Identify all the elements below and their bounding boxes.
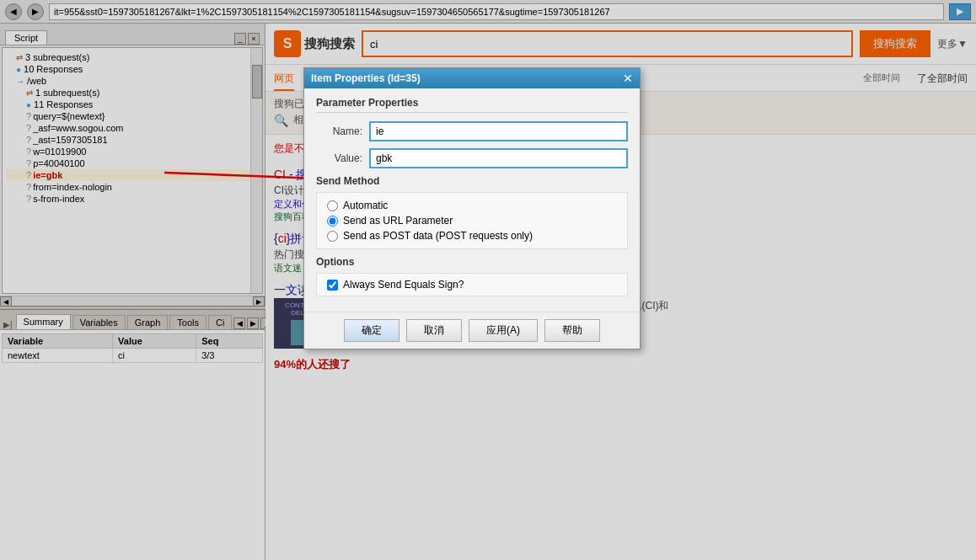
confirm-button[interactable]: 确定	[344, 319, 400, 342]
value-label: Value:	[316, 152, 362, 164]
options-section: Options Always Send Equals Sign?	[316, 256, 628, 296]
radio-url-param-input[interactable]	[327, 216, 338, 227]
checkbox-label: Always Send Equals Sign?	[343, 279, 464, 291]
radio-url-param[interactable]: Send as URL Parameter	[327, 215, 617, 227]
name-label: Name:	[316, 125, 362, 137]
options-label: Options	[316, 256, 628, 268]
name-input[interactable]	[369, 121, 628, 141]
dialog-title-bar: Item Properties (Id=35) ✕	[304, 68, 640, 88]
dialog-body: Parameter Properties Name: Value: Send M…	[304, 88, 640, 312]
radio-automatic-input[interactable]	[327, 200, 338, 211]
radio-post-data[interactable]: Send as POST data (POST requests only)	[327, 230, 617, 242]
dialog-title: Item Properties (Id=35)	[311, 72, 421, 84]
send-method-label: Send Method	[316, 175, 628, 187]
item-properties-dialog: Item Properties (Id=35) ✕ Parameter Prop…	[303, 67, 641, 349]
radio-post-data-label: Send as POST data (POST requests only)	[343, 230, 533, 242]
help-button[interactable]: 帮助	[544, 319, 600, 342]
dialog-footer: 确定 取消 应用(A) 帮助	[304, 312, 640, 349]
radio-post-data-input[interactable]	[327, 231, 338, 242]
dialog-close-button[interactable]: ✕	[623, 72, 633, 84]
radio-url-param-label: Send as URL Parameter	[343, 215, 453, 227]
name-row: Name:	[316, 121, 628, 141]
value-row: Value:	[316, 148, 628, 168]
checkbox-row[interactable]: Always Send Equals Sign?	[316, 273, 628, 296]
dialog-section-title: Parameter Properties	[316, 97, 628, 113]
value-input[interactable]	[369, 148, 628, 168]
cancel-button[interactable]: 取消	[406, 319, 462, 342]
send-method-group: Automatic Send as URL Parameter Send as …	[316, 192, 628, 249]
always-send-checkbox[interactable]	[327, 280, 338, 291]
radio-automatic-label: Automatic	[343, 200, 388, 211]
radio-automatic[interactable]: Automatic	[327, 200, 617, 211]
apply-button[interactable]: 应用(A)	[469, 319, 538, 342]
